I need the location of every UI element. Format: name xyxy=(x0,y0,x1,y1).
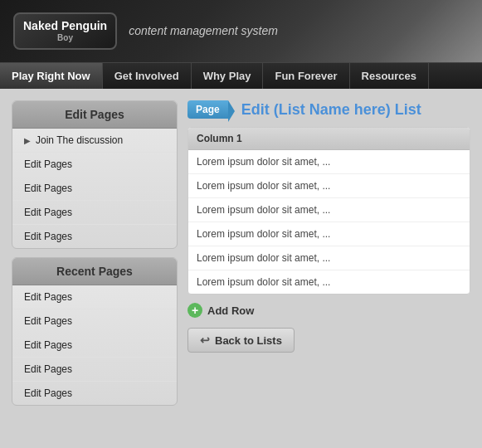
recent-pages-section: Recent Pages Edit Pages Edit Pages Edit … xyxy=(12,257,178,406)
chevron-right-icon: ▶ xyxy=(24,136,31,145)
back-button-label: Back to Lists xyxy=(215,334,282,347)
recent-item-0[interactable]: Edit Pages xyxy=(12,285,177,309)
sidebar-item-join-discussion[interactable]: ▶ Join The discussion xyxy=(12,129,177,153)
main-content: Page Edit (List Name here) List Column 1… xyxy=(187,100,470,448)
sidebar-item-edit-pages-4[interactable]: Edit Pages xyxy=(12,225,177,248)
back-to-lists-button[interactable]: ↩ Back to Lists xyxy=(187,328,295,353)
edit-pages-section: Edit Pages ▶ Join The discussion Edit Pa… xyxy=(12,100,178,249)
recent-item-3[interactable]: Edit Pages xyxy=(12,358,177,382)
sidebar: Edit Pages ▶ Join The discussion Edit Pa… xyxy=(12,100,178,448)
table-row[interactable]: Lorem ipsum dolor sit amet, ... xyxy=(188,246,470,270)
edit-table: Column 1 Lorem ipsum dolor sit amet, ...… xyxy=(187,127,470,295)
header: Naked Penguin Boy content management sys… xyxy=(0,0,482,62)
recent-pages-header: Recent Pages xyxy=(12,258,177,285)
sidebar-item-edit-pages-3[interactable]: Edit Pages xyxy=(12,201,177,225)
recent-item-4[interactable]: Edit Pages xyxy=(12,382,177,405)
main-nav: Play Right Now Get Involved Why Play Fun… xyxy=(0,62,482,89)
sidebar-item-edit-pages-1[interactable]: Edit Pages xyxy=(12,153,177,177)
plus-icon: + xyxy=(187,303,202,318)
table-row[interactable]: Lorem ipsum dolor sit amet, ... xyxy=(188,222,470,246)
body-area: Edit Pages ▶ Join The discussion Edit Pa… xyxy=(0,89,482,448)
logo: Naked Penguin Boy content management sys… xyxy=(13,12,278,50)
page-title: Edit (List Name here) List xyxy=(241,101,421,119)
table-row[interactable]: Lorem ipsum dolor sit amet, ... xyxy=(188,174,470,198)
table-row[interactable]: Lorem ipsum dolor sit amet, ... xyxy=(188,198,470,222)
nav-item-play-right-now[interactable]: Play Right Now xyxy=(0,63,103,89)
table-row[interactable]: Lorem ipsum dolor sit amet, ... xyxy=(188,270,470,294)
page-badge: Page xyxy=(187,100,228,119)
nav-item-why-play[interactable]: Why Play xyxy=(192,63,264,89)
nav-item-fun-forever[interactable]: Fun Forever xyxy=(263,63,349,89)
nav-item-resources[interactable]: Resources xyxy=(350,63,429,89)
recent-item-1[interactable]: Edit Pages xyxy=(12,309,177,334)
cms-label: content management system xyxy=(129,24,278,37)
edit-pages-header: Edit Pages xyxy=(12,101,177,129)
table-column-header: Column 1 xyxy=(188,128,470,150)
add-row-label: Add Row xyxy=(207,304,254,317)
sidebar-item-edit-pages-2[interactable]: Edit Pages xyxy=(12,177,177,201)
nav-item-get-involved[interactable]: Get Involved xyxy=(103,63,192,89)
add-row-button[interactable]: + Add Row xyxy=(187,301,470,319)
table-row[interactable]: Lorem ipsum dolor sit amet, ... xyxy=(188,150,470,174)
logo-badge: Naked Penguin Boy xyxy=(13,12,117,50)
back-icon: ↩ xyxy=(200,334,210,347)
page-header: Page Edit (List Name here) List xyxy=(187,100,470,119)
recent-item-2[interactable]: Edit Pages xyxy=(12,334,177,358)
